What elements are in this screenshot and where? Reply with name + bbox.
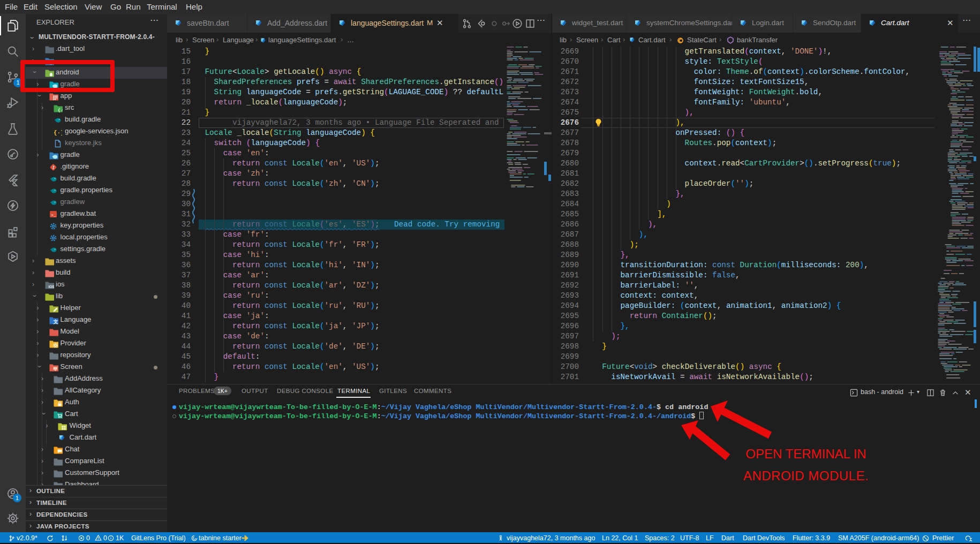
svg-text:文: 文	[53, 319, 58, 324]
svg-text:❬/❭: ❬/❭	[57, 108, 63, 112]
svg-text:iOS: iOS	[49, 285, 55, 289]
svg-text:>_: >_	[51, 213, 56, 217]
svg-text:{·}: {·}	[54, 130, 62, 136]
